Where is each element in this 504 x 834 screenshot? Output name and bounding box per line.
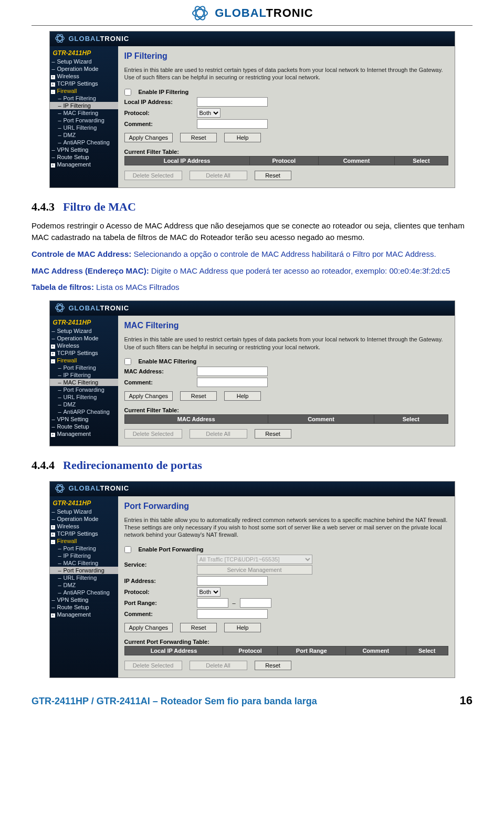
delete-selected-button[interactable]: Delete Selected xyxy=(124,661,182,670)
sidebar-item-vpn[interactable]: –VPN Setting xyxy=(50,415,118,423)
sidebar-item-antiarp[interactable]: –AntiARP Cheating xyxy=(50,139,118,146)
sidebar-item-management[interactable]: +Management xyxy=(50,430,118,437)
delete-all-button[interactable]: Delete All xyxy=(190,429,247,439)
service-management-button[interactable]: Service Management xyxy=(197,565,312,575)
sidebar-item-route[interactable]: –Route Setup xyxy=(50,153,118,161)
col-local-ip: Local IP Address xyxy=(124,156,249,165)
local-ip-input[interactable] xyxy=(197,97,268,107)
sidebar-item-vpn[interactable]: –VPN Setting xyxy=(50,146,118,153)
sidebar-item-operation-mode[interactable]: –Operation Mode xyxy=(50,65,118,72)
sidebar-item-tcpip[interactable]: +TCP/IP Settings xyxy=(50,349,118,357)
apply-button[interactable]: Apply Changes xyxy=(124,133,173,142)
sidebar-item-port-forwarding[interactable]: –Port Forwarding xyxy=(50,386,118,393)
doc-section-443: 4.4.3Filtro de MAC Podemos restringir o … xyxy=(32,199,472,294)
brand-text: GLOBALTRONIC xyxy=(215,6,313,19)
sidebar-item-setup-wizard[interactable]: –Setup Wizard xyxy=(50,327,118,335)
enable-ip-filtering-checkbox[interactable] xyxy=(124,89,131,96)
sidebar-item-route[interactable]: –Route Setup xyxy=(50,423,118,430)
comment-input[interactable] xyxy=(197,378,268,387)
mac-address-input[interactable] xyxy=(197,367,268,376)
reset2-button[interactable]: Reset xyxy=(255,429,291,439)
doc-p3: MAC Address (Endereço MAC): Digite o MAC… xyxy=(32,265,472,277)
sidebar-item-port-filtering[interactable]: –Port Filtering xyxy=(50,95,118,102)
sidebar-item-setup-wizard[interactable]: –Setup Wizard xyxy=(50,58,118,65)
enable-port-forwarding-checkbox[interactable] xyxy=(124,546,131,553)
sidebar-item-ip-filtering[interactable]: –IP Filtering xyxy=(50,552,118,559)
sidebar-item-operation-mode[interactable]: –Operation Mode xyxy=(50,335,118,342)
sidebar-item-dmz[interactable]: –DMZ xyxy=(50,581,118,589)
sidebar-item-operation-mode[interactable]: –Operation Mode xyxy=(50,515,118,523)
delete-selected-button[interactable]: Delete Selected xyxy=(124,171,182,180)
col-protocol: Protocol xyxy=(223,646,277,655)
sidebar-item-url-filtering[interactable]: –URL Filtering xyxy=(50,124,118,131)
sidebar-item-mac-filtering[interactable]: –MAC Filtering xyxy=(50,559,118,567)
reset-button[interactable]: Reset xyxy=(180,623,217,632)
page-title: MAC Filtering xyxy=(124,321,448,330)
service-select[interactable]: All Traffic [TCP&UDP/1~65535] xyxy=(197,555,312,564)
sidebar-item-setup-wizard[interactable]: –Setup Wizard xyxy=(50,508,118,515)
sidebar-item-firewall[interactable]: -Firewall xyxy=(50,357,118,364)
range-dash: – xyxy=(233,600,236,606)
port-range-to-input[interactable] xyxy=(240,598,271,608)
col-mac: MAC Address xyxy=(124,414,268,423)
sidebar-item-antiarp[interactable]: –AntiARP Cheating xyxy=(50,408,118,415)
sidebar-item-mac-filtering[interactable]: –MAC Filtering xyxy=(50,109,118,117)
sidebar-item-dmz[interactable]: –DMZ xyxy=(50,131,118,139)
footer-text: GTR-2411HP / GTR-2411AI – Roteador Sem f… xyxy=(32,696,317,707)
sidebar-item-management[interactable]: +Management xyxy=(50,161,118,168)
sidebar-item-port-filtering[interactable]: –Port Filtering xyxy=(50,545,118,552)
delete-all-button[interactable]: Delete All xyxy=(190,171,247,180)
comment-label: Comment: xyxy=(124,611,193,617)
help-button[interactable]: Help xyxy=(224,133,261,142)
sidebar-item-ip-filtering[interactable]: –IP Filtering xyxy=(50,371,118,379)
model-label: GTR-2411HP xyxy=(50,318,118,327)
reset-button[interactable]: Reset xyxy=(180,391,217,401)
sidebar-item-port-forwarding[interactable]: –Port Forwarding xyxy=(50,567,118,574)
sidebar-item-wireless[interactable]: +Wireless xyxy=(50,523,118,530)
help-button[interactable]: Help xyxy=(224,623,261,632)
sidebar-item-firewall[interactable]: -Firewall xyxy=(50,87,118,95)
sidebar-item-antiarp[interactable]: –AntiARP Cheating xyxy=(50,589,118,596)
enable-port-forwarding-label: Enable Port Forwarding xyxy=(139,546,204,552)
ip-address-input[interactable] xyxy=(197,576,268,586)
reset-button[interactable]: Reset xyxy=(180,133,217,142)
enable-mac-filtering-checkbox[interactable] xyxy=(124,358,131,365)
port-range-from-input[interactable] xyxy=(197,598,228,608)
sidebar-item-url-filtering[interactable]: –URL Filtering xyxy=(50,393,118,401)
page-number: 16 xyxy=(460,694,472,707)
page-desc: Entries in this table allow you to autom… xyxy=(124,516,448,539)
sidebar-item-ip-filtering[interactable]: –IP Filtering xyxy=(50,102,118,109)
main-content-mac: MAC Filtering Entries in this table are … xyxy=(118,316,455,446)
comment-input[interactable] xyxy=(197,119,268,129)
reset2-button[interactable]: Reset xyxy=(255,171,291,180)
sidebar-item-vpn[interactable]: –VPN Setting xyxy=(50,596,118,603)
sidebar-item-mac-filtering[interactable]: –MAC Filtering xyxy=(50,379,118,386)
section-heading-443: 4.4.3Filtro de MAC xyxy=(32,199,472,215)
sidebar-item-management[interactable]: +Management xyxy=(50,611,118,618)
comment-input[interactable] xyxy=(197,609,268,619)
divider xyxy=(32,25,472,26)
sidebar-item-firewall[interactable]: -Firewall xyxy=(50,537,118,545)
reset2-button[interactable]: Reset xyxy=(255,661,291,670)
sidebar-item-route[interactable]: –Route Setup xyxy=(50,603,118,611)
sidebar-item-url-filtering[interactable]: –URL Filtering xyxy=(50,574,118,581)
help-button[interactable]: Help xyxy=(224,391,261,401)
sidebar-item-wireless[interactable]: +Wireless xyxy=(50,72,118,80)
sidebar-item-port-filtering[interactable]: –Port Filtering xyxy=(50,364,118,371)
sidebar-item-port-forwarding[interactable]: –Port Forwarding xyxy=(50,117,118,124)
port-range-label: Port Range: xyxy=(124,600,193,606)
mac-address-label: MAC Address: xyxy=(124,368,193,374)
delete-all-button[interactable]: Delete All xyxy=(190,661,247,670)
filter-table: Local IP Address Protocol Port Range Com… xyxy=(124,646,448,655)
panel-banner: GLOBALTRONIC xyxy=(50,32,455,46)
apply-button[interactable]: Apply Changes xyxy=(124,391,173,401)
col-protocol: Protocol xyxy=(249,156,318,165)
sidebar-item-tcpip[interactable]: +TCP/IP Settings xyxy=(50,530,118,537)
protocol-select[interactable]: Both xyxy=(197,108,220,118)
sidebar-item-tcpip[interactable]: +TCP/IP Settings xyxy=(50,80,118,87)
delete-selected-button[interactable]: Delete Selected xyxy=(124,429,182,439)
protocol-select[interactable]: Both xyxy=(197,587,220,597)
sidebar-item-wireless[interactable]: +Wireless xyxy=(50,342,118,349)
sidebar-item-dmz[interactable]: –DMZ xyxy=(50,401,118,408)
apply-button[interactable]: Apply Changes xyxy=(124,623,173,632)
